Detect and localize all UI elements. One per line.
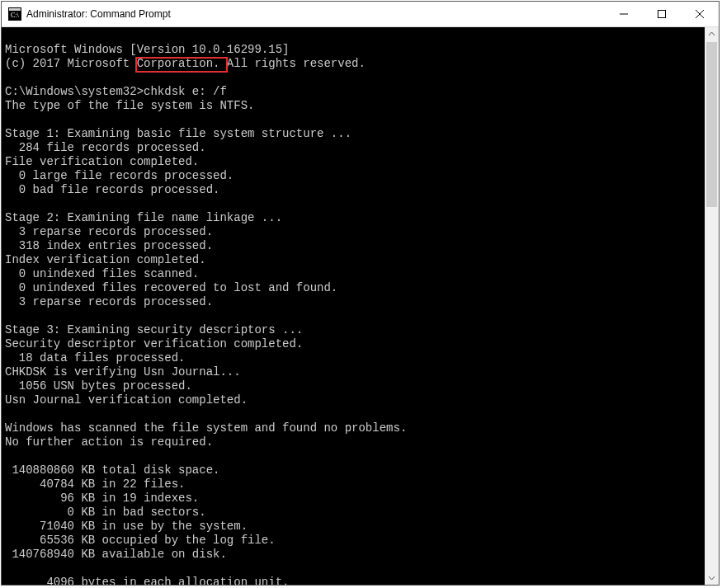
output-line: 3 reparse records processed. — [5, 295, 213, 308]
scroll-up-button[interactable] — [705, 27, 719, 41]
output-line: 40784 KB in 22 files. — [5, 477, 185, 491]
maximize-button[interactable] — [643, 2, 681, 26]
svg-rect-4 — [658, 11, 666, 18]
output-line: Security descriptor verification complet… — [5, 337, 303, 350]
output-line: The type of the file system is NTFS. — [5, 99, 254, 112]
cmd-icon: C:\ — [8, 7, 21, 21]
output-line: Usn Journal verification completed. — [5, 393, 248, 407]
output-line: 1056 USN bytes processed. — [5, 379, 192, 393]
scroll-thumb[interactable] — [706, 42, 717, 207]
cmd-window: C:\ Administrator: Command Prompt Micros… — [1, 1, 720, 586]
output-line: 0 large file records processed. — [5, 169, 234, 182]
window-title: Administrator: Command Prompt — [26, 8, 605, 20]
output-line: Stage 3: Examining security descriptors … — [5, 323, 303, 336]
output-line: 18 data files processed. — [5, 351, 185, 365]
output-line: 65536 KB occupied by the log file. — [5, 534, 276, 547]
output-line: Microsoft Windows [Version 10.0.16299.15… — [5, 43, 289, 56]
output-line: 4096 bytes in each allocation unit. — [5, 576, 289, 585]
typed-command: chkdsk e: /f — [144, 85, 227, 98]
output-line: 140768940 KB available on disk. — [5, 548, 227, 561]
vertical-scrollbar[interactable] — [705, 27, 719, 585]
output-line: 284 file records processed. — [5, 141, 206, 154]
output-line: 0 unindexed files recovered to lost and … — [5, 281, 337, 294]
output-line: No further action is required. — [5, 435, 213, 449]
output-line: 3 reparse records processed. — [5, 225, 213, 238]
svg-rect-1 — [9, 8, 21, 11]
svg-text:C:\: C:\ — [11, 12, 20, 19]
output-line: (c) 2017 Microsoft Corporation. All righ… — [5, 57, 366, 70]
output-line: 0 KB in bad sectors. — [5, 506, 206, 519]
prompt-path: C:\Windows\system32> — [5, 85, 144, 98]
minimize-button[interactable] — [605, 2, 643, 26]
output-line: Stage 1: Examining basic file system str… — [5, 127, 352, 140]
close-button[interactable] — [681, 2, 719, 26]
scroll-down-button[interactable] — [705, 571, 719, 585]
output-line: Index verification completed. — [5, 253, 206, 266]
output-line: 96 KB in 19 indexes. — [5, 492, 199, 505]
output-line: 140880860 KB total disk space. — [5, 463, 219, 477]
output-line: 0 unindexed files scanned. — [5, 267, 199, 280]
title-bar[interactable]: C:\ Administrator: Command Prompt — [2, 2, 719, 27]
window-controls — [605, 2, 719, 26]
output-line: CHKDSK is verifying Usn Journal... — [5, 365, 241, 379]
output-line: 71040 KB in use by the system. — [5, 520, 248, 533]
console-output[interactable]: Microsoft Windows [Version 10.0.16299.15… — [2, 27, 705, 585]
output-line: 0 bad file records processed. — [5, 183, 219, 196]
output-line: Windows has scanned the file system and … — [5, 421, 407, 435]
output-line: File verification completed. — [5, 155, 199, 168]
client-area: Microsoft Windows [Version 10.0.16299.15… — [2, 27, 719, 585]
output-line: Stage 2: Examining file name linkage ... — [5, 211, 282, 224]
output-line: 318 index entries processed. — [5, 239, 213, 252]
